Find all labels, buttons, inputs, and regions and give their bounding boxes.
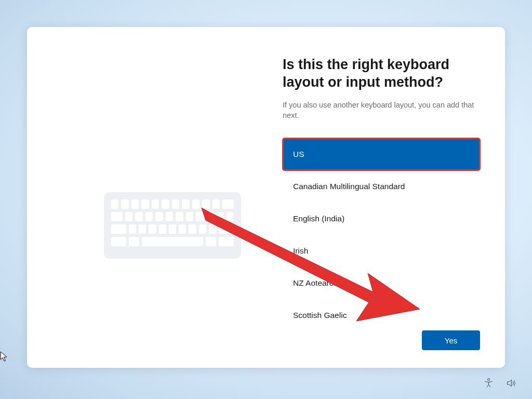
layout-option-nz-aotearoa[interactable]: NZ Aotearoa	[283, 267, 480, 299]
keyboard-icon	[104, 192, 241, 259]
cursor-icon	[0, 351, 7, 362]
layout-option-canadian-multilingual[interactable]: Canadian Multilingual Standard	[283, 170, 480, 203]
setup-card: Is this the right keyboard layout or inp…	[27, 27, 505, 368]
volume-icon[interactable]	[506, 378, 516, 391]
layout-option-irish[interactable]: Irish	[283, 235, 480, 267]
illustration-pane	[27, 27, 266, 368]
accessibility-icon[interactable]	[483, 378, 494, 391]
system-tray	[483, 378, 516, 391]
page-subtitle: If you also use another keyboard layout,…	[283, 100, 475, 121]
keyboard-layout-list: US Canadian Multilingual Standard Englis…	[283, 138, 480, 331]
svg-point-1	[487, 378, 489, 380]
layout-option-scottish-gaelic[interactable]: Scottish Gaelic	[283, 299, 480, 331]
page-title: Is this the right keyboard layout or inp…	[283, 56, 480, 91]
layout-option-english-india[interactable]: English (India)	[283, 203, 480, 235]
content-pane: Is this the right keyboard layout or inp…	[266, 27, 505, 368]
layout-option-us[interactable]: US	[283, 138, 480, 170]
yes-button[interactable]: Yes	[422, 330, 480, 350]
